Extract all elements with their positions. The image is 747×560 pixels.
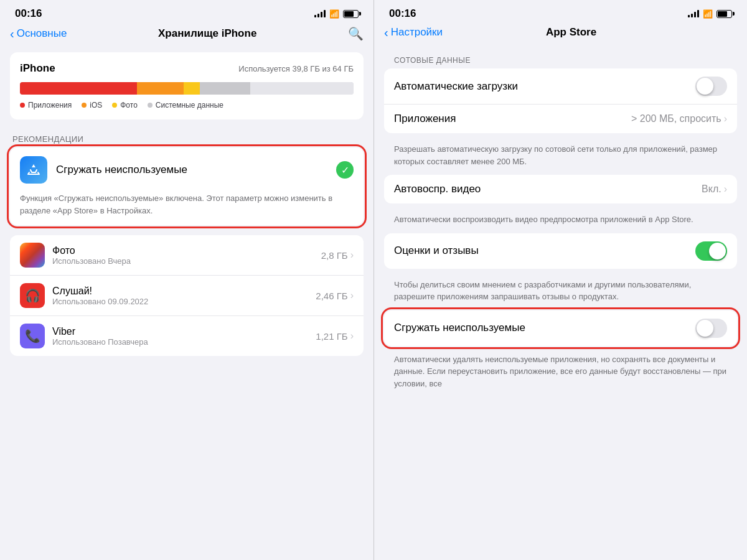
apps-row[interactable]: Приложения > 200 МБ, спросить › bbox=[384, 105, 737, 133]
offload-description: Функция «Сгружать неиспользуемые» включе… bbox=[10, 192, 364, 225]
storage-device-name: iPhone bbox=[20, 62, 55, 75]
apps-value: > 200 МБ, спросить › bbox=[631, 113, 727, 124]
chevron-apps: › bbox=[724, 113, 727, 124]
toggle-thumb bbox=[697, 78, 713, 95]
chevron-left-icon: ‹ bbox=[10, 27, 14, 40]
left-phone-screen: 00:16 📶 ‹ Основные Хранилище iPhone 🔍 bbox=[0, 0, 374, 560]
offload-section: Сгружать неиспользуемые ✓ Функция «Сгруж… bbox=[10, 147, 364, 225]
nav-back-right[interactable]: ‹ Настройки bbox=[384, 26, 443, 39]
status-time-left: 00:16 bbox=[15, 7, 42, 20]
ratings-description: Чтобы делиться своим мнением с разработч… bbox=[384, 274, 737, 310]
checkmark-icon: ✓ bbox=[336, 161, 354, 179]
app-last-used-slushai: Использовано 09.09.2022 bbox=[52, 297, 308, 306]
nav-bar-right: ‹ Настройки App Store bbox=[374, 22, 747, 45]
offload-settings-row[interactable]: Сгружать неиспользуемые bbox=[384, 310, 737, 346]
app-size-viber: 1,21 ГБ › bbox=[316, 330, 354, 342]
search-icon-left[interactable]: 🔍 bbox=[348, 26, 364, 41]
recommendations-header: РЕКОМЕНДАЦИИ bbox=[10, 134, 364, 147]
app-size-photos: 2,8 ГБ › bbox=[321, 250, 354, 261]
nav-back-label-left: Основные bbox=[17, 27, 67, 40]
app-size-slushai: 2,46 ГБ › bbox=[316, 290, 354, 301]
auto-downloads-toggle[interactable] bbox=[695, 77, 727, 96]
segment-system bbox=[200, 82, 250, 95]
toggle-thumb-offload bbox=[697, 320, 713, 337]
status-icons-right: 📶 bbox=[688, 9, 732, 19]
right-content: СОТОВЫЕ ДАННЫЕ Автоматические загрузки П… bbox=[374, 45, 747, 560]
autovideo-label: Автовоспр. видео bbox=[394, 183, 481, 195]
offload-label: Сгружать неиспользуемые bbox=[56, 164, 327, 176]
left-content: iPhone Используется 39,8 ГБ из 64 ГБ При… bbox=[0, 47, 374, 560]
app-row-slushai[interactable]: 🎧 Слушай! Использовано 09.09.2022 2,46 Г… bbox=[10, 276, 364, 316]
autovideo-row[interactable]: Автовоспр. видео Вкл. › bbox=[384, 175, 737, 203]
app-info-slushai: Слушай! Использовано 09.09.2022 bbox=[52, 286, 308, 306]
chevron-right-icon-2: › bbox=[350, 290, 354, 301]
app-list: Фото Использовано Вчера 2,8 ГБ › 🎧 Слуша… bbox=[10, 235, 364, 356]
battery-icon bbox=[343, 10, 359, 18]
signal-icon bbox=[314, 10, 326, 17]
video-card: Автовоспр. видео Вкл. › bbox=[384, 175, 737, 203]
chevron-right-icon-3: › bbox=[350, 330, 354, 342]
wifi-icon: 📶 bbox=[329, 9, 339, 19]
status-icons-left: 📶 bbox=[314, 9, 359, 19]
ratings-toggle[interactable] bbox=[695, 241, 727, 261]
ratings-row[interactable]: Оценки и отзывы bbox=[384, 233, 737, 269]
segment-free bbox=[250, 82, 354, 95]
battery-icon-right bbox=[716, 10, 732, 18]
legend-system: Системные данные bbox=[148, 101, 223, 110]
appstore-icon bbox=[20, 156, 47, 184]
nav-title-left: Хранилище iPhone bbox=[158, 27, 256, 40]
status-bar-left: 00:16 📶 bbox=[0, 0, 374, 22]
storage-legend: Приложения iOS Фото Системные данные bbox=[20, 101, 354, 110]
cellular-card: Автоматические загрузки Приложения > 200… bbox=[384, 68, 737, 133]
autovideo-value: Вкл. › bbox=[702, 184, 727, 195]
offload-settings-section: Сгружать неиспользуемые bbox=[384, 310, 737, 346]
app-row-photos[interactable]: Фото Использовано Вчера 2,8 ГБ › bbox=[10, 235, 364, 276]
legend-dot-photos bbox=[112, 103, 117, 108]
app-last-used-viber: Использовано Позавчера bbox=[52, 337, 308, 347]
segment-apps bbox=[20, 82, 137, 95]
nav-title-right: App Store bbox=[546, 26, 596, 39]
app-icon-photos bbox=[20, 243, 45, 268]
app-name-photos: Фото bbox=[52, 245, 314, 256]
app-last-used-photos: Использовано Вчера bbox=[52, 256, 314, 266]
app-info-photos: Фото Использовано Вчера bbox=[52, 245, 314, 266]
ratings-card: Оценки и отзывы bbox=[384, 233, 737, 269]
app-icon-viber: 📞 bbox=[20, 324, 45, 348]
offload-settings-toggle[interactable] bbox=[695, 319, 727, 338]
auto-downloads-row[interactable]: Автоматические загрузки bbox=[384, 68, 737, 105]
legend-dot-ios bbox=[82, 103, 87, 108]
nav-bar-left: ‹ Основные Хранилище iPhone 🔍 bbox=[0, 22, 374, 47]
chevron-left-icon-right: ‹ bbox=[384, 26, 388, 39]
legend-dot-apps bbox=[20, 103, 25, 108]
storage-bar bbox=[20, 82, 354, 95]
storage-usage-text: Используется 39,8 ГБ из 64 ГБ bbox=[238, 64, 354, 73]
section-header-cellular: СОТОВЫЕ ДАННЫЕ bbox=[384, 45, 737, 68]
segment-photos bbox=[184, 82, 200, 95]
app-name-viber: Viber bbox=[52, 326, 308, 337]
cellular-description: Разрешать автоматическую загрузку по сот… bbox=[384, 138, 737, 175]
app-icon-slushai: 🎧 bbox=[20, 283, 45, 308]
legend-photos: Фото bbox=[112, 101, 138, 110]
legend-dot-system bbox=[148, 103, 153, 108]
toggle-thumb-ratings bbox=[709, 243, 726, 259]
chevron-video: › bbox=[724, 184, 727, 195]
video-description: Автоматически воспроизводить видео предп… bbox=[384, 208, 737, 233]
signal-icon-right bbox=[688, 10, 699, 17]
app-row-viber[interactable]: 📞 Viber Использовано Позавчера 1,21 ГБ › bbox=[10, 316, 364, 356]
right-phone-screen: 00:16 📶 ‹ Настройки App Store СОТОВЫЕ ДА… bbox=[374, 0, 747, 560]
offload-settings-label: Сгружать неиспользуемые bbox=[394, 322, 525, 334]
wifi-icon-right: 📶 bbox=[703, 9, 713, 19]
legend-ios: iOS bbox=[82, 101, 102, 110]
segment-ios bbox=[137, 82, 184, 95]
apps-label: Приложения bbox=[394, 113, 456, 125]
chevron-right-icon: › bbox=[350, 250, 354, 261]
legend-apps: Приложения bbox=[20, 101, 72, 110]
nav-back-left[interactable]: ‹ Основные bbox=[10, 27, 67, 40]
status-time-right: 00:16 bbox=[389, 7, 416, 20]
offload-row[interactable]: Сгружать неиспользуемые ✓ bbox=[10, 147, 364, 192]
app-info-viber: Viber Использовано Позавчера bbox=[52, 326, 308, 347]
status-bar-right: 00:16 📶 bbox=[374, 0, 747, 22]
auto-downloads-label: Автоматические загрузки bbox=[394, 80, 518, 93]
storage-card: iPhone Используется 39,8 ГБ из 64 ГБ При… bbox=[10, 52, 364, 119]
nav-back-label-right: Настройки bbox=[391, 26, 443, 39]
